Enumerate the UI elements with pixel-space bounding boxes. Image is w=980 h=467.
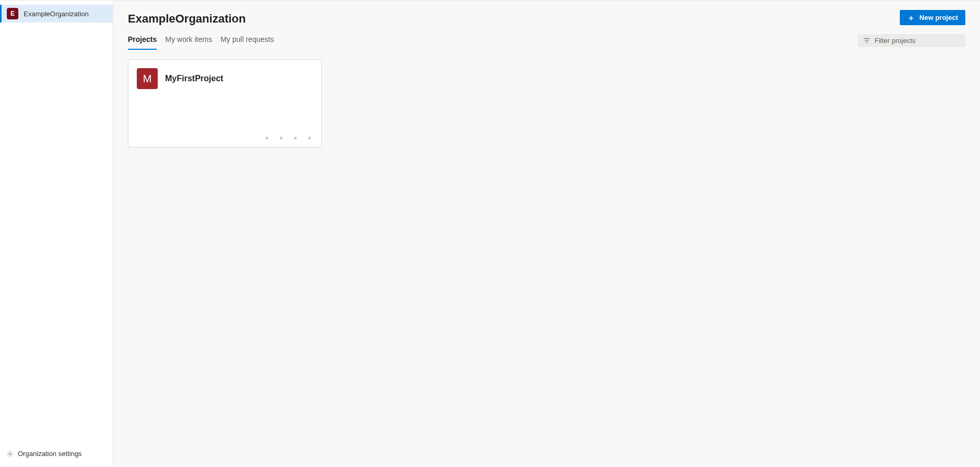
sidebar: E ExampleOrganization Organization setti… bbox=[0, 1, 113, 467]
dot-icon[interactable] bbox=[266, 137, 268, 139]
project-name: MyFirstProject bbox=[165, 74, 223, 83]
new-project-label: New project bbox=[919, 14, 958, 21]
org-label: ExampleOrganization bbox=[24, 10, 89, 18]
gear-icon bbox=[6, 450, 14, 458]
svg-point-0 bbox=[9, 453, 11, 455]
dot-icon[interactable] bbox=[294, 137, 297, 139]
project-quicklinks bbox=[266, 137, 311, 139]
filter-icon bbox=[863, 37, 870, 44]
org-settings-label: Organization settings bbox=[18, 450, 82, 458]
project-card[interactable]: M MyFirstProject bbox=[128, 59, 322, 147]
new-project-button[interactable]: ＋ New project bbox=[900, 10, 965, 25]
page-title: ExampleOrganization bbox=[128, 9, 246, 26]
tab-my-work-items[interactable]: My work items bbox=[165, 31, 212, 50]
sidebar-org-item[interactable]: E ExampleOrganization bbox=[0, 5, 113, 23]
tabs: Projects My work items My pull requests bbox=[128, 31, 274, 50]
org-badge: E bbox=[7, 8, 18, 19]
filter-input[interactable] bbox=[875, 37, 960, 45]
dot-icon[interactable] bbox=[280, 137, 282, 139]
filter-projects[interactable] bbox=[858, 34, 965, 47]
dot-icon[interactable] bbox=[308, 137, 311, 139]
tab-projects[interactable]: Projects bbox=[128, 31, 157, 50]
tab-my-pull-requests[interactable]: My pull requests bbox=[221, 31, 274, 50]
project-cards: M MyFirstProject bbox=[128, 59, 965, 147]
main-content: ExampleOrganization ＋ New project Projec… bbox=[113, 1, 980, 467]
org-settings-link[interactable]: Organization settings bbox=[6, 450, 106, 458]
project-badge: M bbox=[137, 68, 158, 89]
plus-icon: ＋ bbox=[907, 14, 915, 21]
